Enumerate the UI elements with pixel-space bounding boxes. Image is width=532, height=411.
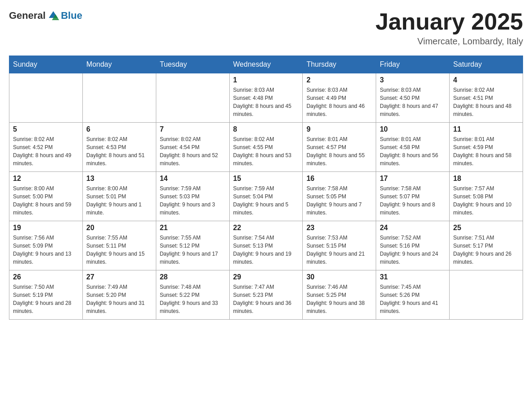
day-info: Sunrise: 7:50 AMSunset: 5:19 PMDaylight:…	[13, 283, 79, 315]
calendar-body: 1Sunrise: 8:03 AMSunset: 4:48 PMDaylight…	[9, 73, 523, 320]
day-number: 23	[306, 224, 372, 232]
day-number: 2	[306, 76, 372, 84]
day-number: 25	[453, 224, 519, 232]
logo: General Blue	[9, 9, 82, 22]
page-header: General Blue January 2025 Vimercate, Lom…	[9, 9, 523, 47]
empty-cell	[82, 73, 156, 123]
day-cell-27: 27Sunrise: 7:49 AMSunset: 5:20 PMDayligh…	[82, 270, 156, 320]
day-cell-21: 21Sunrise: 7:55 AMSunset: 5:12 PMDayligh…	[156, 221, 229, 270]
day-info: Sunrise: 8:00 AMSunset: 5:00 PMDaylight:…	[13, 184, 79, 217]
day-info: Sunrise: 7:58 AMSunset: 5:07 PMDaylight:…	[380, 184, 446, 217]
weekday-header-saturday: Saturday	[450, 56, 523, 73]
day-cell-28: 28Sunrise: 7:48 AMSunset: 5:22 PMDayligh…	[156, 270, 229, 320]
day-cell-5: 5Sunrise: 8:02 AMSunset: 4:52 PMDaylight…	[9, 123, 83, 172]
day-cell-20: 20Sunrise: 7:55 AMSunset: 5:11 PMDayligh…	[82, 221, 156, 270]
empty-cell	[450, 270, 523, 320]
day-info: Sunrise: 7:57 AMSunset: 5:08 PMDaylight:…	[453, 184, 519, 217]
calendar-header-row: SundayMondayTuesdayWednesdayThursdayFrid…	[9, 56, 523, 73]
day-number: 20	[86, 224, 152, 232]
day-info: Sunrise: 8:02 AMSunset: 4:52 PMDaylight:…	[13, 135, 79, 167]
day-info: Sunrise: 7:59 AMSunset: 5:03 PMDaylight:…	[160, 184, 226, 217]
day-number: 22	[233, 224, 299, 232]
day-cell-16: 16Sunrise: 7:58 AMSunset: 5:05 PMDayligh…	[303, 172, 376, 221]
day-info: Sunrise: 7:51 AMSunset: 5:17 PMDaylight:…	[453, 234, 519, 266]
day-info: Sunrise: 8:03 AMSunset: 4:48 PMDaylight:…	[233, 86, 299, 118]
day-cell-18: 18Sunrise: 7:57 AMSunset: 5:08 PMDayligh…	[450, 172, 523, 221]
day-number: 4	[453, 76, 519, 84]
week-row-4: 19Sunrise: 7:56 AMSunset: 5:09 PMDayligh…	[9, 221, 523, 270]
weekday-header-thursday: Thursday	[303, 56, 376, 73]
day-number: 6	[86, 125, 152, 133]
weekday-header-monday: Monday	[82, 56, 156, 73]
day-cell-15: 15Sunrise: 7:59 AMSunset: 5:04 PMDayligh…	[229, 172, 303, 221]
day-info: Sunrise: 7:48 AMSunset: 5:22 PMDaylight:…	[160, 283, 226, 315]
week-row-3: 12Sunrise: 8:00 AMSunset: 5:00 PMDayligh…	[9, 172, 523, 221]
day-number: 30	[306, 273, 372, 281]
day-info: Sunrise: 8:01 AMSunset: 4:58 PMDaylight:…	[380, 135, 446, 167]
day-number: 10	[380, 125, 446, 133]
day-number: 21	[160, 224, 226, 232]
day-cell-25: 25Sunrise: 7:51 AMSunset: 5:17 PMDayligh…	[450, 221, 523, 270]
logo-general-text: General	[9, 10, 46, 21]
title-block: January 2025 Vimercate, Lombardy, Italy	[375, 9, 523, 47]
day-number: 16	[306, 175, 372, 183]
day-info: Sunrise: 7:52 AMSunset: 5:16 PMDaylight:…	[380, 234, 446, 266]
week-row-5: 26Sunrise: 7:50 AMSunset: 5:19 PMDayligh…	[9, 270, 523, 320]
day-info: Sunrise: 7:53 AMSunset: 5:15 PMDaylight:…	[306, 234, 372, 266]
month-title: January 2025	[375, 9, 523, 34]
day-cell-12: 12Sunrise: 8:00 AMSunset: 5:00 PMDayligh…	[9, 172, 83, 221]
day-cell-1: 1Sunrise: 8:03 AMSunset: 4:48 PMDaylight…	[229, 73, 303, 123]
day-info: Sunrise: 7:55 AMSunset: 5:11 PMDaylight:…	[86, 234, 152, 266]
day-info: Sunrise: 8:01 AMSunset: 4:59 PMDaylight:…	[453, 135, 519, 167]
day-cell-29: 29Sunrise: 7:47 AMSunset: 5:23 PMDayligh…	[229, 270, 303, 320]
day-number: 28	[160, 273, 226, 281]
day-info: Sunrise: 8:02 AMSunset: 4:55 PMDaylight:…	[233, 135, 299, 167]
day-number: 24	[380, 224, 446, 232]
day-info: Sunrise: 7:47 AMSunset: 5:23 PMDaylight:…	[233, 283, 299, 315]
day-number: 5	[13, 125, 79, 133]
day-cell-11: 11Sunrise: 8:01 AMSunset: 4:59 PMDayligh…	[450, 123, 523, 172]
weekday-header-sunday: Sunday	[9, 56, 83, 73]
day-info: Sunrise: 8:03 AMSunset: 4:50 PMDaylight:…	[380, 86, 446, 118]
day-number: 29	[233, 273, 299, 281]
day-cell-6: 6Sunrise: 8:02 AMSunset: 4:53 PMDaylight…	[82, 123, 156, 172]
day-cell-14: 14Sunrise: 7:59 AMSunset: 5:03 PMDayligh…	[156, 172, 229, 221]
day-info: Sunrise: 8:02 AMSunset: 4:54 PMDaylight:…	[160, 135, 226, 167]
day-number: 19	[13, 224, 79, 232]
day-cell-30: 30Sunrise: 7:46 AMSunset: 5:25 PMDayligh…	[303, 270, 376, 320]
day-info: Sunrise: 8:02 AMSunset: 4:51 PMDaylight:…	[453, 86, 519, 118]
week-row-2: 5Sunrise: 8:02 AMSunset: 4:52 PMDaylight…	[9, 123, 523, 172]
day-number: 11	[453, 125, 519, 133]
day-cell-17: 17Sunrise: 7:58 AMSunset: 5:07 PMDayligh…	[376, 172, 450, 221]
day-number: 31	[380, 273, 446, 281]
day-number: 12	[13, 175, 79, 183]
weekday-header-wednesday: Wednesday	[229, 56, 303, 73]
day-cell-8: 8Sunrise: 8:02 AMSunset: 4:55 PMDaylight…	[229, 123, 303, 172]
day-cell-3: 3Sunrise: 8:03 AMSunset: 4:50 PMDaylight…	[376, 73, 450, 123]
day-cell-26: 26Sunrise: 7:50 AMSunset: 5:19 PMDayligh…	[9, 270, 83, 320]
day-info: Sunrise: 7:55 AMSunset: 5:12 PMDaylight:…	[160, 234, 226, 266]
day-cell-24: 24Sunrise: 7:52 AMSunset: 5:16 PMDayligh…	[376, 221, 450, 270]
day-info: Sunrise: 8:03 AMSunset: 4:49 PMDaylight:…	[306, 86, 372, 118]
day-number: 3	[380, 76, 446, 84]
weekday-header-friday: Friday	[376, 56, 450, 73]
day-number: 27	[86, 273, 152, 281]
logo-blue-text: Blue	[61, 10, 82, 21]
day-cell-31: 31Sunrise: 7:45 AMSunset: 5:26 PMDayligh…	[376, 270, 450, 320]
day-number: 9	[306, 125, 372, 133]
day-number: 8	[233, 125, 299, 133]
empty-cell	[9, 73, 83, 123]
day-info: Sunrise: 7:54 AMSunset: 5:13 PMDaylight:…	[233, 234, 299, 266]
day-cell-10: 10Sunrise: 8:01 AMSunset: 4:58 PMDayligh…	[376, 123, 450, 172]
day-number: 17	[380, 175, 446, 183]
day-info: Sunrise: 8:02 AMSunset: 4:53 PMDaylight:…	[86, 135, 152, 167]
day-info: Sunrise: 7:59 AMSunset: 5:04 PMDaylight:…	[233, 184, 299, 217]
day-cell-23: 23Sunrise: 7:53 AMSunset: 5:15 PMDayligh…	[303, 221, 376, 270]
location-text: Vimercate, Lombardy, Italy	[375, 36, 523, 47]
weekday-header-tuesday: Tuesday	[156, 56, 229, 73]
day-info: Sunrise: 7:49 AMSunset: 5:20 PMDaylight:…	[86, 283, 152, 315]
day-info: Sunrise: 7:58 AMSunset: 5:05 PMDaylight:…	[306, 184, 372, 217]
day-cell-19: 19Sunrise: 7:56 AMSunset: 5:09 PMDayligh…	[9, 221, 83, 270]
day-number: 13	[86, 175, 152, 183]
day-info: Sunrise: 7:46 AMSunset: 5:25 PMDaylight:…	[306, 283, 372, 315]
